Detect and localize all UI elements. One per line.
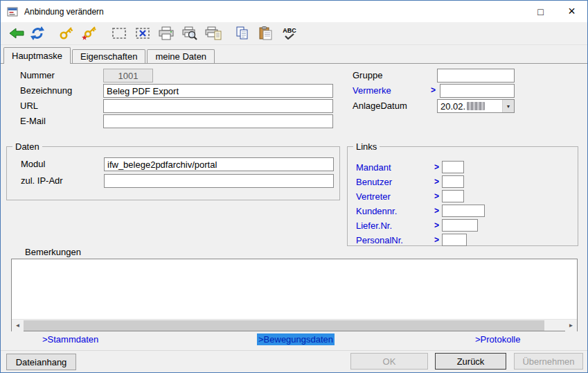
benutzer-input[interactable] — [442, 175, 464, 188]
scroll-left-icon[interactable]: ◄ — [12, 320, 24, 331]
ok-button[interactable]: OK — [350, 353, 428, 370]
paste-icon[interactable] — [256, 24, 276, 42]
links-row-vertreter: Vertreter > — [356, 190, 464, 202]
mandant-link-label[interactable]: Mandant — [356, 162, 434, 173]
spellcheck-icon[interactable]: ABC — [279, 24, 300, 42]
daten-groupbox: Daten Modul zul. IP-Adr — [6, 146, 340, 200]
links-row-personalnr: PersonalNr. > — [356, 234, 467, 246]
tab-eigenschaften[interactable]: Eigenschaften — [72, 49, 145, 63]
zurueck-button[interactable]: Zurück — [435, 353, 506, 370]
vertreter-link-label[interactable]: Vertreter — [356, 191, 434, 202]
title-bar: Anbindung verändern □ × — [1, 1, 587, 22]
url-label: URL — [20, 101, 38, 111]
links-row-kundennr: Kundennr. > — [356, 205, 485, 217]
ip-input[interactable] — [104, 174, 334, 188]
liefernr-chevron-icon: > — [434, 220, 439, 230]
toolbar: ABC — [1, 22, 587, 45]
print-document-icon[interactable] — [203, 24, 224, 42]
email-input[interactable] — [103, 114, 333, 128]
protokolle-link[interactable]: >Protokolle — [475, 334, 520, 345]
bemerkungen-label: Bemerkungen — [25, 247, 81, 257]
vermerke-chevron-icon: > — [431, 85, 436, 95]
vertreter-chevron-icon: > — [434, 191, 439, 201]
links-row-benutzer: Benutzer > — [356, 175, 464, 188]
select-region-icon[interactable] — [109, 24, 130, 42]
links-row-mandant: Mandant > — [356, 161, 464, 173]
benutzer-chevron-icon: > — [434, 177, 439, 186]
links-groupbox: Links Mandant > Benutzer > Vertreter > K… — [347, 146, 578, 246]
personalnr-chevron-icon: > — [434, 235, 439, 245]
bezeichnung-input[interactable] — [103, 84, 333, 98]
refresh-icon[interactable] — [27, 24, 48, 42]
vertreter-input[interactable] — [442, 190, 464, 202]
scroll-right-icon[interactable]: ► — [565, 320, 577, 331]
window-icon — [7, 6, 18, 17]
key-icon[interactable] — [56, 24, 77, 42]
bemerkungen-textarea[interactable] — [12, 259, 577, 318]
print-icon[interactable] — [156, 24, 177, 42]
mandant-chevron-icon: > — [434, 162, 439, 172]
gruppe-input[interactable] — [437, 69, 515, 83]
nummer-label: Nummer — [20, 70, 55, 80]
liefernr-link-label[interactable]: Liefer.Nr. — [356, 220, 434, 231]
key-edit-icon[interactable] — [80, 24, 100, 42]
personalnr-link-label[interactable]: PersonalNr. — [356, 235, 434, 245]
personalnr-input[interactable] — [442, 234, 467, 246]
nummer-input — [103, 69, 153, 83]
tab-meine-daten[interactable]: meine Daten — [147, 49, 215, 63]
daten-group-title: Daten — [12, 141, 42, 152]
redacted-year — [467, 102, 485, 110]
modul-input[interactable] — [104, 157, 334, 171]
anlagedatum-label: AnlageDatum — [353, 101, 407, 111]
links-group-title: Links — [353, 141, 380, 152]
scrollbar-thumb[interactable] — [24, 320, 544, 331]
tab-hauptmaske[interactable]: Hauptmaske — [3, 47, 71, 64]
links-row-liefernr: Liefer.Nr. > — [356, 219, 478, 232]
dateianhang-button[interactable]: Dateianhang — [6, 354, 76, 370]
email-label: E-Mail — [20, 116, 46, 126]
bezeichnung-label: Bezeichnung — [20, 85, 72, 96]
copy-icon[interactable] — [232, 24, 253, 42]
tab-strip: Hauptmaske Eigenschaften meine Daten — [1, 46, 587, 64]
ip-label: zul. IP-Adr — [21, 175, 63, 186]
bemerkungen-memo: ◄ ► — [11, 259, 578, 331]
spellcheck-text: ABC — [283, 28, 296, 33]
liefernr-input[interactable] — [442, 219, 478, 232]
vermerke-input[interactable] — [440, 84, 515, 98]
maximize-button[interactable]: □ — [525, 1, 556, 22]
stammdaten-link[interactable]: >Stammdaten — [42, 334, 98, 345]
mandant-input[interactable] — [442, 161, 464, 173]
gruppe-label: Gruppe — [353, 70, 382, 80]
anlagedatum-combobox[interactable]: 20.02. ▼ — [437, 99, 515, 113]
print-preview-icon[interactable] — [179, 24, 200, 42]
uebernehmen-button[interactable]: Übernehmen — [514, 353, 583, 370]
close-button[interactable]: × — [556, 1, 587, 22]
modul-label: Modul — [21, 159, 45, 169]
horizontal-scrollbar[interactable]: ◄ ► — [12, 319, 577, 331]
deselect-region-icon[interactable] — [132, 24, 153, 42]
window-title: Anbindung verändern — [24, 7, 104, 17]
url-input[interactable] — [103, 99, 333, 113]
vermerke-link-label[interactable]: Vermerke — [353, 85, 391, 96]
benutzer-link-label[interactable]: Benutzer — [356, 177, 434, 187]
kundennr-link-label[interactable]: Kundennr. — [356, 206, 434, 216]
anlagedatum-value: 20.02. — [438, 101, 465, 112]
dialog-window: Anbindung verändern □ × — [0, 0, 588, 373]
kundennr-chevron-icon: > — [434, 206, 439, 216]
bewegungsdaten-link[interactable]: >Bewegungsdaten — [257, 333, 335, 345]
bottom-bar: Dateianhang OK Zurück Übernehmen — [1, 350, 587, 372]
back-icon[interactable] — [6, 24, 27, 42]
kundennr-input[interactable] — [442, 205, 485, 217]
dropdown-arrow-icon[interactable]: ▼ — [502, 100, 514, 112]
